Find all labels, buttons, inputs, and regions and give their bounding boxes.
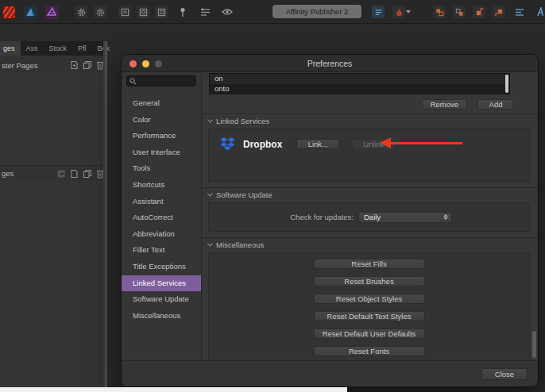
- publisher-persona-icon[interactable]: [2, 6, 16, 19]
- reset-default-user-defaults-button[interactable]: Reset Default User Defaults: [314, 329, 425, 339]
- linked-services-section-title: Linked Services: [216, 117, 269, 125]
- minimize-traffic-light[interactable]: [142, 60, 149, 67]
- apply-master-icon[interactable]: [56, 169, 66, 179]
- nav-item-title-exceptions[interactable]: Title Exceptions: [126, 259, 196, 275]
- add-page-icon[interactable]: [70, 169, 79, 179]
- preferences-content: on onto Remove Add Linked Services: [202, 73, 538, 360]
- miscellaneous-section-title: Miscellaneous: [216, 240, 264, 249]
- main-toolbar: Affinity Publisher 2: [0, 0, 545, 24]
- tab-stock[interactable]: Stock: [44, 41, 73, 56]
- nav-item-abbreviation[interactable]: Abbreviation: [126, 226, 196, 243]
- linked-services-section-header[interactable]: Linked Services: [202, 114, 538, 128]
- margins-icon[interactable]: [155, 6, 168, 18]
- character-style-icon[interactable]: [534, 6, 545, 18]
- dialog-titlebar[interactable]: Preferences: [122, 55, 538, 72]
- nav-item-general[interactable]: General: [126, 95, 196, 112]
- nav-item-autocorrect[interactable]: AutoCorrect: [126, 209, 196, 226]
- pages-title: ges: [2, 169, 14, 178]
- remove-button[interactable]: Remove: [422, 99, 467, 110]
- reset-default-text-styles-button[interactable]: Reset Default Text Styles: [314, 311, 425, 321]
- add-button[interactable]: Add: [477, 99, 514, 110]
- zoom-traffic-light[interactable]: [155, 60, 162, 67]
- text-frame-icon[interactable]: [372, 6, 385, 18]
- software-update-section-header[interactable]: Software Update: [202, 188, 538, 202]
- preview-eye-icon[interactable]: [221, 6, 234, 18]
- sidebar-search-field[interactable]: [126, 75, 196, 86]
- move-backward-icon[interactable]: [493, 6, 505, 18]
- nav-item-performance[interactable]: Performance: [126, 128, 196, 144]
- alignment-icon[interactable]: [513, 6, 526, 18]
- list-item[interactable]: on: [210, 74, 509, 84]
- reset-fills-button[interactable]: Reset Fills: [314, 259, 425, 269]
- designer-triangle-glyph: [24, 6, 37, 19]
- software-update-section: Software Update Check for updates: Daily: [202, 187, 538, 232]
- nav-item-tools[interactable]: Tools: [126, 160, 196, 177]
- photo-persona-icon[interactable]: [45, 6, 59, 19]
- miscellaneous-section: Miscellaneous Reset Fills Reset Brushes …: [202, 237, 538, 363]
- list-item[interactable]: onto: [210, 84, 509, 94]
- miscellaneous-section-header[interactable]: Miscellaneous: [202, 238, 538, 252]
- content-scrollbar-thumb[interactable]: [532, 331, 536, 358]
- dropbox-service-name: Dropbox: [243, 139, 282, 150]
- move-forward-icon[interactable]: [473, 6, 485, 18]
- reset-object-styles-button[interactable]: Reset Object Styles: [314, 294, 425, 304]
- fill-color-icon[interactable]: [392, 6, 405, 18]
- spread-setup-gear-icon[interactable]: [94, 6, 106, 18]
- document-setup-gear-icon[interactable]: [75, 6, 87, 18]
- panel-resize-handle[interactable]: [103, 41, 107, 392]
- window-title-pill: Affinity Publisher 2: [272, 5, 361, 18]
- chevron-down-icon: [207, 241, 213, 247]
- master-pages-header: ster Pages: [0, 57, 107, 73]
- preferences-sidebar: General Color Performance User Interface…: [122, 73, 202, 360]
- nav-item-assistant[interactable]: Assistant: [126, 194, 196, 210]
- baseline-grid-icon[interactable]: [199, 6, 211, 18]
- nav-item-miscellaneous[interactable]: Miscellaneous: [126, 308, 196, 325]
- stepper-arrows-icon: [443, 214, 448, 221]
- listbox-scrollbar-thumb[interactable]: [505, 75, 508, 93]
- duplicate-icon[interactable]: [83, 60, 92, 70]
- designer-persona-icon[interactable]: [24, 6, 37, 19]
- nav-item-software-update[interactable]: Software Update: [126, 291, 196, 308]
- nav-item-shortcuts[interactable]: Shortcuts: [126, 177, 196, 194]
- tab-profiles[interactable]: Pfl: [72, 41, 92, 56]
- nav-item-color[interactable]: Color: [126, 112, 196, 129]
- exceptions-listbox: on onto: [209, 73, 510, 94]
- fill-color-dropdown-chevron[interactable]: [405, 6, 412, 18]
- pin-icon[interactable]: [176, 6, 189, 18]
- close-button[interactable]: Close: [481, 368, 528, 380]
- tab-assets[interactable]: Ass: [21, 41, 44, 56]
- pages-list[interactable]: [0, 181, 107, 392]
- annotation-arrow: [380, 137, 462, 149]
- studio-tab-bar: ges Ass Stock Pfl Bok: [0, 41, 107, 56]
- nav-item-linked-services[interactable]: Linked Services: [122, 275, 201, 292]
- nav-item-user-interface[interactable]: User Interface: [126, 144, 196, 161]
- duplicate-icon[interactable]: [83, 169, 92, 179]
- pages-header: ges: [0, 165, 107, 181]
- add-master-page-icon[interactable]: [70, 60, 79, 70]
- app-window: Affinity Publisher 2: [0, 0, 545, 392]
- chevron-down-icon: [207, 191, 213, 197]
- check-updates-label: Check for updates:: [209, 213, 354, 221]
- reset-brushes-button[interactable]: Reset Brushes: [314, 276, 425, 286]
- dialog-title: Preferences: [122, 55, 538, 72]
- dropbox-logo-icon: [220, 137, 235, 151]
- guides-manager-icon[interactable]: [137, 6, 149, 18]
- master-pages-list[interactable]: [0, 73, 107, 165]
- close-traffic-light[interactable]: [129, 60, 137, 67]
- group-icon[interactable]: [433, 6, 446, 18]
- master-pages-title: ster Pages: [2, 61, 37, 70]
- update-frequency-select[interactable]: Daily: [358, 212, 452, 223]
- document-edge-strip: [0, 387, 347, 392]
- ungroup-icon[interactable]: [453, 6, 466, 18]
- snapping-icon[interactable]: [118, 6, 131, 18]
- reset-fonts-button[interactable]: Reset Fonts: [314, 346, 425, 356]
- nav-item-filler-text[interactable]: Filler Text: [126, 242, 196, 259]
- search-icon: [129, 78, 137, 85]
- tab-pages[interactable]: ges: [0, 41, 21, 56]
- photo-pattern-glyph: [45, 6, 59, 19]
- link-button[interactable]: Link...: [296, 139, 339, 149]
- search-input[interactable]: [137, 76, 193, 86]
- update-frequency-value: Daily: [364, 213, 381, 221]
- chevron-down-icon: [207, 117, 213, 123]
- linked-services-section: Linked Services Dropbox: [202, 113, 538, 182]
